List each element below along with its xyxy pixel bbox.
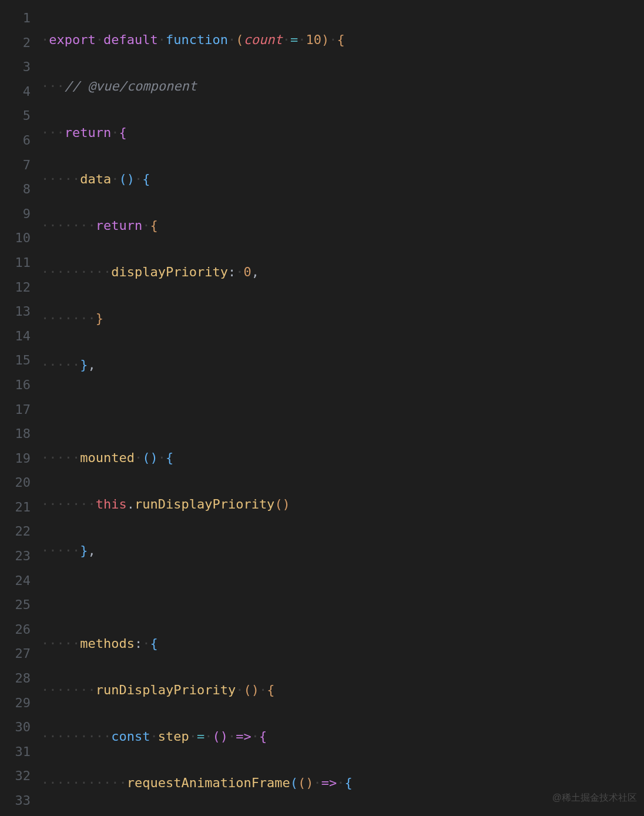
code-line[interactable]: ·····methods:·{ — [41, 631, 644, 656]
line-number: 20 — [0, 470, 31, 495]
watermark: @稀土掘金技术社区 — [552, 790, 637, 805]
line-number: 12 — [0, 275, 31, 300]
line-number: 14 — [0, 324, 31, 349]
code-line[interactable]: ·········displayPriority:·0, — [41, 260, 644, 285]
line-number: 3 — [0, 55, 31, 79]
line-number: 8 — [0, 177, 31, 202]
line-number: 16 — [0, 373, 31, 397]
line-number: 25 — [0, 593, 31, 617]
line-number: 22 — [0, 519, 31, 544]
line-number: 28 — [0, 666, 31, 691]
line-number: 30 — [0, 715, 31, 740]
line-number: 11 — [0, 250, 31, 275]
line-number: 23 — [0, 544, 31, 568]
line-number: 18 — [0, 422, 31, 446]
line-number: 4 — [0, 79, 31, 104]
line-number: 5 — [0, 103, 31, 128]
line-number: 26 — [0, 617, 31, 642]
line-number: 32 — [0, 764, 31, 788]
line-number: 19 — [0, 446, 31, 471]
code-area[interactable]: ·export·default·function·(count·=·10)·{ … — [41, 6, 644, 816]
code-line[interactable]: ·······return·{ — [41, 213, 644, 238]
line-number: 9 — [0, 202, 31, 226]
code-line[interactable] — [41, 585, 644, 610]
line-number: 13 — [0, 299, 31, 324]
code-line[interactable]: ···// @vue/component — [41, 74, 644, 99]
line-number: 29 — [0, 691, 31, 715]
code-line[interactable]: ·······this.runDisplayPriority() — [41, 492, 644, 517]
code-line[interactable]: ·······} — [41, 306, 644, 331]
code-line[interactable]: ·····}, — [41, 539, 644, 563]
code-line[interactable]: ·export·default·function·(count·=·10)·{ — [41, 28, 644, 52]
line-number: 2 — [0, 31, 31, 55]
line-number: 31 — [0, 740, 31, 764]
line-number: 10 — [0, 226, 31, 250]
code-line[interactable]: ·········const·step·=·()·=>·{ — [41, 724, 644, 749]
code-line[interactable]: ···return·{ — [41, 121, 644, 145]
code-line[interactable]: ·······runDisplayPriority·()·{ — [41, 678, 644, 703]
line-number: 15 — [0, 348, 31, 373]
line-number: 21 — [0, 495, 31, 520]
line-number: 1 — [0, 6, 31, 31]
line-number: 17 — [0, 397, 31, 422]
code-line[interactable]: ·····}, — [41, 353, 644, 377]
code-line[interactable]: ·····mounted·()·{ — [41, 446, 644, 470]
line-number: 33 — [0, 788, 31, 813]
line-number: 6 — [0, 128, 31, 153]
line-number: 27 — [0, 641, 31, 666]
line-number: 7 — [0, 153, 31, 178]
line-number-gutter: 1 2 3 4 5 6 7 8 9 10 11 12 13 14 15 16 1… — [0, 6, 41, 816]
code-editor: 1 2 3 4 5 6 7 8 9 10 11 12 13 14 15 16 1… — [0, 0, 644, 816]
code-line[interactable]: ·····data·()·{ — [41, 167, 644, 192]
code-line[interactable] — [41, 399, 644, 424]
line-number: 24 — [0, 568, 31, 593]
